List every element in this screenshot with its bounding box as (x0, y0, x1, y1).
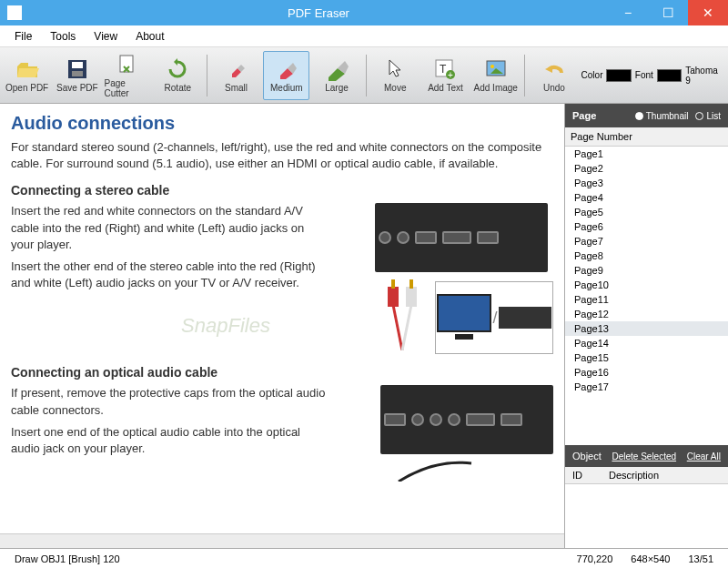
doc-paragraph: For standard stereo sound (2-channels, l… (11, 139, 553, 172)
object-panel-header: Object Delete Selected Clear All (565, 445, 728, 467)
svg-marker-2 (17, 68, 39, 77)
list-radio[interactable]: List (695, 111, 721, 121)
menu-file[interactable]: File (5, 28, 41, 45)
color-label: Color (581, 70, 603, 80)
object-header-label: Object (572, 451, 602, 462)
svg-point-20 (490, 65, 494, 68)
doc-subheading: Connecting a stereo cable (11, 183, 553, 198)
page-list-item[interactable]: Page9 (565, 263, 728, 278)
doc-subheading: Connecting an optical audio cable (11, 365, 553, 380)
svg-rect-27 (391, 279, 395, 289)
statusbar: Draw OBJ1 [Brush] 120 770,220 648×540 13… (0, 548, 728, 568)
font-color-picker[interactable] (657, 69, 682, 82)
undo-icon (541, 57, 567, 81)
page-list-item[interactable]: Page13 (565, 321, 728, 336)
separator (366, 55, 367, 96)
status-page: 13/51 (679, 553, 723, 564)
move-button[interactable]: Move (372, 51, 419, 100)
rotate-icon (165, 57, 190, 81)
watermark: SnapFiles (181, 314, 270, 338)
save-pdf-button[interactable]: Save PDF (54, 51, 100, 100)
separator (524, 55, 525, 96)
figure-device-back-1: / (375, 203, 553, 354)
page-list-item[interactable]: Page5 (565, 205, 728, 219)
window-controls: − ☐ ✕ (608, 0, 728, 25)
page-panel-header: Page Thumbnail List (565, 104, 728, 127)
page-list-item[interactable]: Page1 (565, 147, 728, 161)
page-list-item[interactable]: Page6 (565, 219, 728, 234)
menu-about[interactable]: About (126, 28, 173, 45)
svg-rect-4 (72, 62, 83, 68)
add-image-button[interactable]: Add Image (472, 51, 519, 100)
page-list-item[interactable]: Page14 (565, 336, 728, 350)
content-area: Audio connections For standard stereo so… (0, 104, 728, 548)
page-list-item[interactable]: Page11 (565, 292, 728, 307)
svg-marker-22 (545, 66, 552, 73)
page-cutter-button[interactable]: Page Cutter (104, 51, 150, 100)
status-draw: Draw OBJ1 [Brush] 120 (5, 553, 129, 564)
page-list-item[interactable]: Page12 (565, 307, 728, 321)
menubar: File Tools View About (0, 25, 728, 47)
close-button[interactable]: ✕ (688, 0, 728, 25)
svg-rect-25 (388, 287, 399, 307)
separator (207, 55, 207, 96)
page-list-item[interactable]: Page2 (565, 161, 728, 176)
page-list-item[interactable]: Page17 (565, 380, 728, 394)
page-list-item[interactable]: Page4 (565, 190, 728, 205)
menu-view[interactable]: View (85, 28, 126, 45)
status-dims: 648×540 (622, 553, 679, 564)
doc-paragraph: If present, remove the protective caps f… (11, 385, 326, 418)
color-picker[interactable] (606, 69, 631, 82)
eraser-large-icon (324, 57, 349, 81)
delete-selected-link[interactable]: Delete Selected (612, 451, 676, 462)
maximize-button[interactable]: ☐ (648, 0, 688, 25)
add-text-button[interactable]: T+ Add Text (422, 51, 469, 100)
minimize-button[interactable]: − (608, 0, 648, 25)
undo-button[interactable]: Undo (531, 51, 577, 100)
page-column-header[interactable]: Page Number (565, 127, 728, 147)
status-coords: 770,220 (568, 553, 622, 564)
page-list-item[interactable]: Page16 (565, 365, 728, 380)
toolbar: Open PDF Save PDF Page Cutter Rotate Sma… (0, 47, 728, 104)
image-icon (483, 57, 509, 81)
page-list-item[interactable]: Page8 (565, 248, 728, 263)
object-list[interactable] (565, 484, 728, 548)
clear-all-link[interactable]: Clear All (687, 451, 721, 462)
svg-text:+: + (448, 70, 453, 80)
svg-marker-7 (174, 58, 177, 66)
page-list[interactable]: Page1Page2Page3Page4Page5Page6Page7Page8… (565, 147, 728, 445)
svg-line-24 (402, 305, 411, 350)
open-pdf-button[interactable]: Open PDF (4, 51, 50, 100)
object-desc-col[interactable]: Description (602, 467, 666, 483)
menu-tools[interactable]: Tools (41, 28, 85, 45)
rca-cable-icon (375, 278, 430, 350)
page-list-item[interactable]: Page3 (565, 176, 728, 190)
cursor-icon (382, 57, 408, 81)
titlebar: PDF Eraser − ☐ ✕ (0, 0, 728, 25)
eraser-large-button[interactable]: Large (313, 51, 359, 100)
folder-open-icon (15, 57, 40, 81)
document-view[interactable]: Audio connections For standard stereo so… (0, 104, 564, 548)
eraser-medium-button[interactable]: Medium (263, 51, 309, 100)
page-header-label: Page (572, 110, 596, 121)
eraser-small-icon (224, 57, 249, 81)
rotate-button[interactable]: Rotate (155, 51, 201, 100)
object-id-col[interactable]: ID (565, 467, 602, 483)
horizontal-scrollbar[interactable] (0, 533, 564, 548)
toolbar-right: Color Font Tahoma 9 (581, 66, 724, 86)
scissors-icon (115, 53, 140, 76)
floppy-disk-icon (65, 57, 90, 81)
page-list-item[interactable]: Page15 (565, 350, 728, 365)
sidebar: Page Thumbnail List Page Number Page1Pag… (564, 104, 728, 548)
font-value[interactable]: Tahoma 9 (685, 66, 724, 86)
eraser-small-button[interactable]: Small (213, 51, 259, 100)
svg-marker-14 (389, 60, 400, 76)
svg-marker-1 (17, 63, 28, 66)
window-title: PDF Eraser (29, 6, 608, 20)
thumbnail-radio[interactable]: Thumbnail (635, 111, 689, 121)
doc-paragraph: Insert the other end of the stereo cable… (11, 259, 326, 291)
svg-rect-26 (406, 287, 417, 307)
page-list-item[interactable]: Page10 (565, 278, 728, 292)
svg-text:T: T (440, 63, 447, 76)
page-list-item[interactable]: Page7 (565, 234, 728, 248)
